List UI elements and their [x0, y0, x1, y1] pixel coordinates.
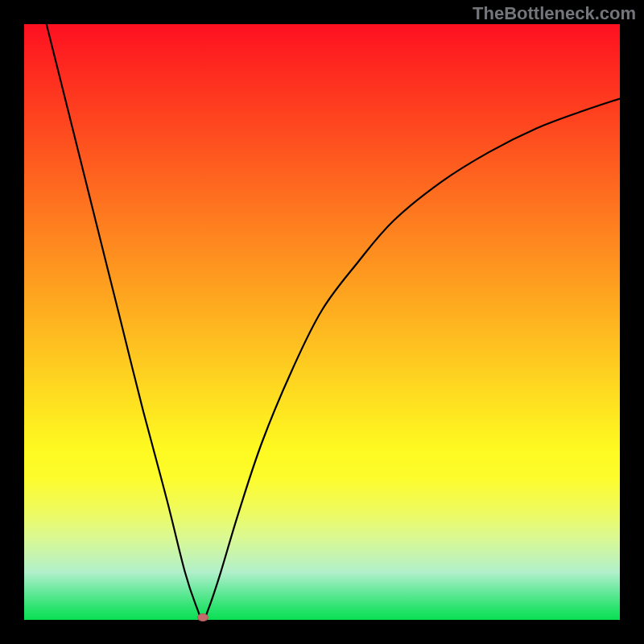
chart-frame: TheBottleneck.com: [0, 0, 644, 644]
curve-svg: [24, 24, 620, 620]
watermark-text: TheBottleneck.com: [473, 3, 636, 24]
minimum-marker: [197, 613, 208, 621]
bottleneck-curve: [24, 24, 620, 620]
plot-area: [24, 24, 620, 620]
